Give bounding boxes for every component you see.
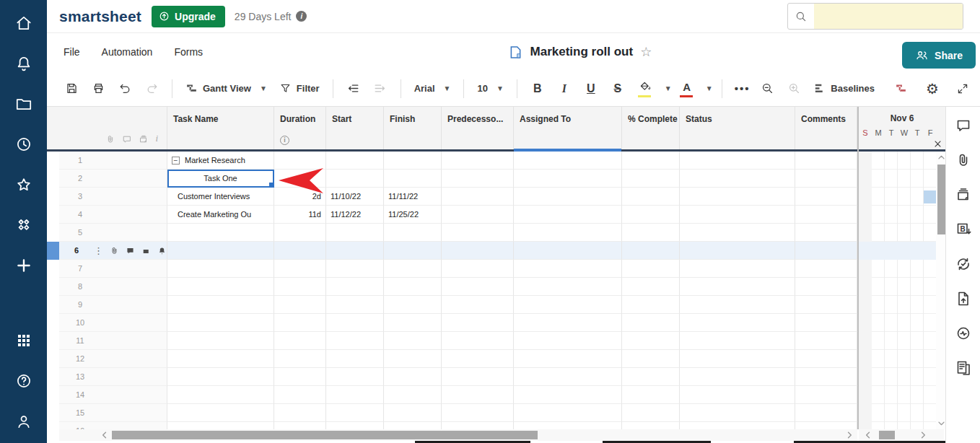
grid-cell[interactable]: [326, 422, 384, 429]
home-icon[interactable]: [14, 13, 34, 33]
grid-cell[interactable]: [680, 422, 795, 429]
grid-cell[interactable]: [795, 242, 857, 260]
grid-cell[interactable]: [795, 206, 857, 224]
attachment-icon[interactable]: [110, 246, 119, 255]
zoom-out-button[interactable]: [756, 77, 779, 100]
row-select-strip[interactable]: [47, 170, 59, 188]
row-header[interactable]: 5: [59, 224, 167, 242]
grid-cell[interactable]: [795, 152, 857, 170]
grid-cell[interactable]: [680, 242, 795, 260]
grid-cell[interactable]: [274, 422, 326, 429]
grid-cell[interactable]: [622, 260, 680, 278]
grid-cell[interactable]: [795, 170, 857, 188]
grid-cell[interactable]: [680, 152, 795, 170]
grid-cell[interactable]: [622, 422, 680, 429]
grid-cell[interactable]: [326, 296, 384, 314]
grid-cell[interactable]: [274, 332, 326, 350]
row-header[interactable]: 4: [59, 206, 167, 224]
row-select-strip[interactable]: [47, 242, 59, 260]
grid-cell[interactable]: Task One: [167, 170, 274, 188]
grid-cell[interactable]: [795, 332, 857, 350]
grid-cell[interactable]: [274, 224, 326, 242]
redo-button[interactable]: [140, 77, 163, 100]
grid-row[interactable]: 7: [47, 260, 945, 278]
grid-cell[interactable]: [442, 170, 514, 188]
grid-cell[interactable]: [795, 188, 857, 206]
font-color-caret[interactable]: ▼: [702, 77, 713, 100]
gantt-scroll-thumb[interactable]: [879, 431, 895, 439]
grid-cell[interactable]: [442, 296, 514, 314]
grid-row[interactable]: 15: [47, 404, 945, 422]
grid-cell[interactable]: [274, 386, 326, 404]
grid-cell[interactable]: [442, 332, 514, 350]
grid-cell[interactable]: [167, 296, 274, 314]
zoom-in-button[interactable]: [782, 77, 805, 100]
grid-cell[interactable]: [514, 242, 622, 260]
grid-cell[interactable]: [167, 314, 274, 332]
grid-cell[interactable]: [326, 386, 384, 404]
row-select-strip[interactable]: [47, 404, 59, 422]
grid-cell[interactable]: [442, 260, 514, 278]
grid-cell[interactable]: [514, 368, 622, 386]
duration-info-icon[interactable]: i: [280, 136, 289, 145]
grid-cell[interactable]: [326, 404, 384, 422]
row-select-strip[interactable]: [47, 260, 59, 278]
grid-cell[interactable]: [384, 170, 442, 188]
grid-cell[interactable]: [442, 314, 514, 332]
column-header[interactable]: Start: [326, 107, 384, 149]
grid-cell[interactable]: [514, 206, 622, 224]
grid-cell[interactable]: 11/25/22: [384, 206, 442, 224]
grid-cell[interactable]: [795, 224, 857, 242]
grid-cell[interactable]: [442, 350, 514, 368]
proof-column-icon[interactable]: [139, 134, 149, 144]
grid-cell[interactable]: 11/10/22: [326, 188, 384, 206]
grid-cell[interactable]: [680, 332, 795, 350]
grid-cell[interactable]: [274, 404, 326, 422]
row-header[interactable]: 14: [59, 386, 167, 404]
grid-cell[interactable]: [622, 278, 680, 296]
grid-cell[interactable]: [622, 188, 680, 206]
row-header[interactable]: 2: [59, 170, 167, 188]
gantt-scroll-right-icon[interactable]: [918, 430, 928, 440]
proof-icon[interactable]: [141, 246, 151, 255]
grid-cell[interactable]: [680, 224, 795, 242]
vertical-scroll-thumb[interactable]: [937, 165, 945, 234]
attachments-icon[interactable]: [955, 152, 972, 169]
grid-row[interactable]: 9: [47, 296, 945, 314]
recents-clock-icon[interactable]: [14, 134, 34, 154]
grid-cell[interactable]: [795, 422, 857, 429]
font-family-dropdown[interactable]: Arial ▼: [410, 77, 455, 100]
row-header[interactable]: 6⋮: [59, 242, 167, 260]
baselines-button[interactable]: Baselines: [809, 77, 879, 100]
grid-cell[interactable]: [622, 386, 680, 404]
grid-cell[interactable]: [442, 206, 514, 224]
menu-automation[interactable]: Automation: [102, 46, 153, 58]
grid-cell[interactable]: [622, 350, 680, 368]
grid-cell[interactable]: [384, 260, 442, 278]
search-box[interactable]: [787, 3, 963, 30]
grid-cell[interactable]: [384, 242, 442, 260]
row-header[interactable]: 13: [59, 368, 167, 386]
search-input[interactable]: [814, 4, 963, 29]
font-size-dropdown[interactable]: 10 ▼: [473, 77, 507, 100]
row-select-strip[interactable]: [47, 368, 59, 386]
underline-button[interactable]: U: [579, 77, 603, 100]
grid-cell[interactable]: [795, 260, 857, 278]
fill-color-button[interactable]: [633, 77, 657, 100]
grid-cell[interactable]: [442, 152, 514, 170]
grid-cell[interactable]: [680, 404, 795, 422]
grid-cell[interactable]: [795, 350, 857, 368]
sheet-title[interactable]: Marketing roll out: [530, 45, 634, 59]
grid-cell[interactable]: [442, 386, 514, 404]
grid-cell[interactable]: [167, 404, 274, 422]
grid-cell[interactable]: [622, 242, 680, 260]
gantt-scroll-left-icon[interactable]: [863, 430, 873, 440]
grid-cell[interactable]: [326, 242, 384, 260]
undo-button[interactable]: [113, 77, 136, 100]
grid-cell[interactable]: [274, 260, 326, 278]
grid-cell[interactable]: [384, 404, 442, 422]
row-header[interactable]: 15: [59, 404, 167, 422]
favorite-star-icon[interactable]: ☆: [640, 44, 652, 60]
grid-row[interactable]: 4Create Marketing Ou11d11/12/2211/25/22: [47, 206, 945, 224]
create-new-plus-icon[interactable]: [14, 255, 34, 276]
